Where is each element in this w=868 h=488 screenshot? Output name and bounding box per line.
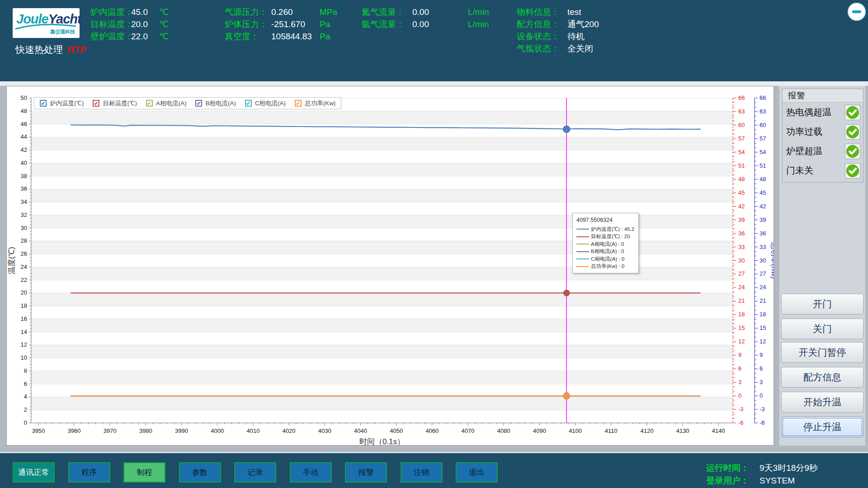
nav-manual-button[interactable]: 手动 xyxy=(290,462,332,483)
axis-label: -3 xyxy=(760,406,765,413)
stat-value: 105844.83 xyxy=(271,31,320,43)
comm-status-button[interactable]: 通讯正常 xyxy=(13,462,55,483)
axis-label: 42 xyxy=(21,146,27,153)
legend-label: A相电流(A) xyxy=(156,99,187,108)
axis-label: 6 xyxy=(738,365,741,372)
session-info: 运行时间： 9天3时18分9秒 登录用户： SYSTEM xyxy=(706,462,818,487)
axis-label: -6 xyxy=(738,419,744,426)
legend-checkbox[interactable]: ✔ xyxy=(195,100,202,107)
axis-label: 66 xyxy=(738,94,745,101)
tooltip-row: 目标温度(℃) : 20 xyxy=(576,233,635,241)
axis-label: 4000 xyxy=(211,427,224,434)
axis-label: 66 xyxy=(760,94,766,101)
legend-checkbox[interactable]: ✔ xyxy=(295,100,302,107)
cursor-marker xyxy=(563,126,570,133)
stop-heating-button[interactable]: 停止升温 xyxy=(781,417,863,437)
stat-unit: L/min xyxy=(468,6,489,19)
legend-label: 目标温度(℃) xyxy=(103,99,137,108)
alarm-ok-indicator xyxy=(845,163,860,178)
legend-checkbox[interactable]: ✔ xyxy=(245,100,252,107)
chart-canvas: 0246810121416182022242628303234363840424… xyxy=(7,86,774,445)
main-area: 0246810121416182022242628303234363840424… xyxy=(0,81,868,452)
band xyxy=(31,293,733,306)
axis-label: 16 xyxy=(21,315,27,322)
stat-row: 氩气流量：0.00L/min xyxy=(362,19,489,31)
stat-value: 全关闭 xyxy=(567,43,593,55)
band xyxy=(31,124,733,137)
axis-label: 38 xyxy=(21,173,27,179)
axis-label: 33 xyxy=(760,244,766,250)
stat-row: 气源压力：0.260MPa xyxy=(225,6,337,19)
axis-label: 4080 xyxy=(497,427,510,434)
legend-item-2: ✔A相电流(A) xyxy=(146,99,187,108)
stat-label: 氩气流量： xyxy=(362,19,412,31)
tooltip-series-dash xyxy=(576,266,589,267)
stat-row: 物料信息：test xyxy=(517,6,599,19)
tooltip-series-dash xyxy=(576,258,589,259)
nav-params-button[interactable]: 参数 xyxy=(179,462,221,483)
nav-program-button[interactable]: 程序 xyxy=(68,462,110,483)
recipe-info-button[interactable]: 配方信息 xyxy=(781,367,863,388)
stat-unit: ℃ xyxy=(159,31,169,43)
axis-label: 4110 xyxy=(605,427,618,434)
legend-label: C相电流(A) xyxy=(255,99,286,108)
stat-label: 设备状态： xyxy=(517,31,567,43)
tooltip-series-value: A相电流(A) : 0 xyxy=(591,241,624,248)
stat-label: 配方信息： xyxy=(517,19,567,31)
stat-unit: Pa xyxy=(320,19,330,31)
close-door-button[interactable]: 关门 xyxy=(781,319,863,339)
stat-value: 0.260 xyxy=(271,6,320,19)
legend-checkbox[interactable]: ✔ xyxy=(146,100,153,107)
alarm-item-power-overload: 功率过载 xyxy=(783,122,863,141)
start-heating-button[interactable]: 开始升温 xyxy=(781,392,863,413)
band xyxy=(31,358,733,371)
stat-row: 目标温度：20.0℃ xyxy=(90,19,169,31)
stat-label: 气氛状态： xyxy=(517,43,567,55)
tooltip-row: C相电流(A) : 0 xyxy=(576,255,635,263)
tooltip-series-value: B相电流(A) : 0 xyxy=(591,248,624,255)
tooltip-series-value: 炉内温度(℃) : 45.2 xyxy=(591,226,634,233)
axis-label: 8 xyxy=(24,367,27,374)
axis-label: 4100 xyxy=(569,427,582,434)
open-door-button[interactable]: 开门 xyxy=(781,294,863,314)
header-stats-temperature: 炉内温度：45.0℃目标温度：20.0℃壁炉温度：22.0℃ xyxy=(90,6,169,43)
nav-logout-button[interactable]: 注销 xyxy=(401,462,443,483)
axis-label: 50 xyxy=(21,94,27,101)
nav-exit-button[interactable]: 退出 xyxy=(456,462,498,483)
axis-label: 18 xyxy=(21,302,27,309)
band xyxy=(31,189,733,202)
alarm-label: 功率过载 xyxy=(786,126,822,138)
axis-label: 18 xyxy=(760,311,766,318)
axis-label: 20 xyxy=(21,289,27,296)
band xyxy=(31,319,733,332)
axis-label: 2 xyxy=(24,406,27,413)
legend-label: B相电流(A) xyxy=(205,99,236,108)
axis-label: 63 xyxy=(760,108,766,115)
axis-label: 36 xyxy=(760,230,766,237)
axis-label: 45 xyxy=(760,189,766,196)
axis-label: 51 xyxy=(738,162,745,169)
alarm-ok-indicator xyxy=(845,124,860,140)
x-axis: 3950396039703980399040004010402040304040… xyxy=(31,423,733,445)
axis-label: 4070 xyxy=(462,427,475,434)
stat-row: 炉体压力：-251.670Pa xyxy=(225,19,337,31)
axis-label: 4120 xyxy=(640,427,653,434)
legend-checkbox[interactable]: ✔ xyxy=(40,100,47,107)
nav-alarm-button[interactable]: 报警 xyxy=(345,462,387,483)
nav-process-button[interactable]: 制程 xyxy=(123,462,165,483)
axis-label: 时间（0.1s） xyxy=(359,437,405,445)
check-circle-icon xyxy=(846,125,859,139)
axis-label: 39 xyxy=(738,216,745,223)
minimize-button[interactable] xyxy=(848,3,866,21)
legend-checkbox[interactable]: ✔ xyxy=(93,100,99,107)
alarm-ok-indicator xyxy=(845,105,860,120)
nav-record-button[interactable]: 记录 xyxy=(234,462,276,483)
stat-unit: Pa xyxy=(320,31,330,43)
legend-item-0: ✔炉内温度(℃) xyxy=(40,99,84,108)
tooltip-series-value: 目标温度(℃) : 20 xyxy=(591,233,630,240)
door-pause-button[interactable]: 开关门暂停 xyxy=(781,342,863,363)
tooltip-x-value: 4097.5506324 xyxy=(576,217,635,223)
band xyxy=(31,384,733,397)
band xyxy=(31,306,733,319)
login-user-row: 登录用户： SYSTEM xyxy=(706,474,818,487)
